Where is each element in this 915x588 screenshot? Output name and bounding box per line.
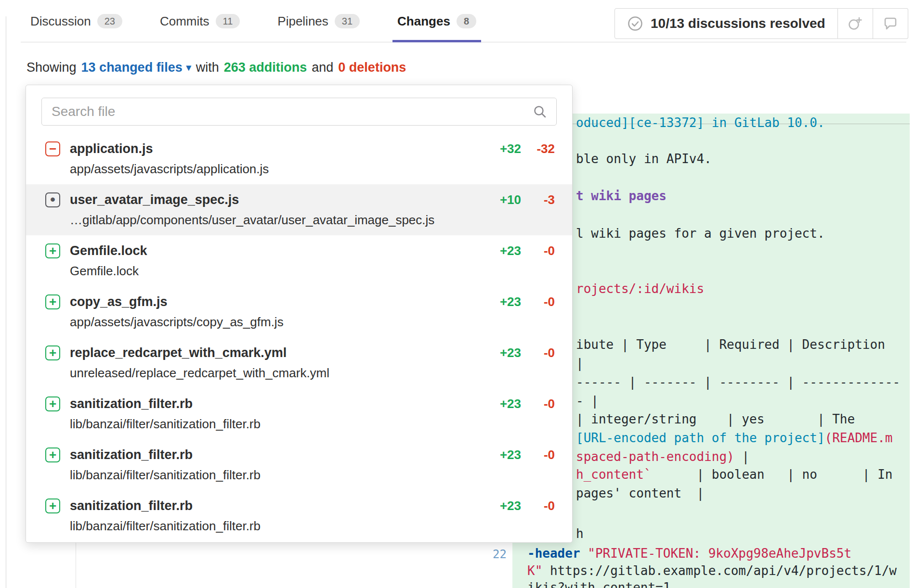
file-list-item[interactable]: + sanitization_filter.rb +23 -0 lib/banz… xyxy=(26,388,572,439)
tab-pipelines[interactable]: Pipelines 31 xyxy=(274,0,364,42)
file-list-item[interactable]: + copy_as_gfm.js +23 -0 app/assets/javas… xyxy=(26,286,572,337)
file-name: user_avatar_image_spec.js xyxy=(70,192,239,207)
file-deletions-count: -0 xyxy=(527,243,555,258)
merge-request-tabs: Discussion 23 Commits 11 Pipelines 31 Ch… xyxy=(26,0,480,42)
file-additions-count: +23 xyxy=(489,447,521,462)
search-file-input[interactable] xyxy=(41,98,557,126)
summary-additions: 263 additions xyxy=(224,60,307,75)
file-search xyxy=(26,85,572,133)
tab-discussion[interactable]: Discussion 23 xyxy=(26,0,126,42)
file-status-icon: + xyxy=(45,396,60,411)
new-issue-icon xyxy=(848,16,863,31)
file-list-item[interactable]: + sanitization_filter.rb +23 -0 lib/banz… xyxy=(26,490,572,541)
tab-changes[interactable]: Changes 8 xyxy=(393,0,480,42)
discussions-resolved-text: 10/13 discussions resolved xyxy=(651,16,825,31)
file-additions-count: +23 xyxy=(489,243,521,258)
file-additions-count: +32 xyxy=(489,141,521,156)
file-name: copy_as_gfm.js xyxy=(70,294,168,309)
file-status-icon: + xyxy=(45,447,60,462)
file-status-icon: + xyxy=(45,345,60,360)
file-status-icon: + xyxy=(45,499,60,513)
file-deletions-count: -0 xyxy=(527,396,555,411)
file-name: sanitization_filter.rb xyxy=(70,447,193,462)
tab-changes-count-badge: 8 xyxy=(457,14,476,28)
file-deletions-count: -3 xyxy=(527,192,555,207)
file-additions-count: +23 xyxy=(489,499,521,513)
file-name: replace_redcarpet_with_cmark.yml xyxy=(70,345,287,360)
jump-to-next-discussion-button[interactable] xyxy=(873,8,908,39)
file-deletions-count: -32 xyxy=(527,141,555,156)
file-status-icon: • xyxy=(45,192,60,207)
file-deletions-count: -0 xyxy=(527,345,555,360)
file-name: Gemfile.lock xyxy=(70,243,147,258)
file-list-item[interactable]: − application.js +32 -32 app/assets/java… xyxy=(26,133,572,184)
summary-deletions: 0 deletions xyxy=(338,60,406,75)
diff-section-divider xyxy=(572,124,910,124)
search-icon xyxy=(533,104,547,119)
file-path: app/assets/javascripts/copy_as_gfm.js xyxy=(70,312,555,332)
file-deletions-count: -0 xyxy=(527,294,555,309)
tab-changes-label: Changes xyxy=(397,14,450,29)
file-list-item[interactable]: + sanitization_filter.rb +23 -0 lib/banz… xyxy=(26,439,572,490)
file-name: application.js xyxy=(70,141,153,156)
summary-showing: Showing xyxy=(26,60,77,75)
file-additions-count: +10 xyxy=(489,192,521,207)
comment-bubble-icon xyxy=(883,16,898,31)
resolve-in-new-issue-button[interactable] xyxy=(838,8,873,39)
file-path: lib/banzai/filter/sanitization_filter.rb xyxy=(70,465,555,485)
tab-commits-label: Commits xyxy=(160,14,209,29)
file-path: …gitlab/app/components/user_avatar/user_… xyxy=(70,210,555,230)
tab-pipelines-label: Pipelines xyxy=(277,14,328,29)
discussions-resolved-group: 10/13 discussions resolved xyxy=(614,8,908,39)
file-path: lib/banzai/filter/sanitization_filter.rb xyxy=(70,414,555,434)
file-additions-count: +23 xyxy=(489,396,521,411)
check-circle-icon xyxy=(627,15,643,32)
file-list-item[interactable]: + Gemfile.lock +23 -0 Gemfile.lock xyxy=(26,235,572,286)
tab-pipelines-count-badge: 31 xyxy=(335,14,360,28)
file-path: app/assets/javascripts/application.js xyxy=(70,159,555,179)
summary-with: with xyxy=(196,60,219,75)
file-list-item[interactable]: + replace_redcarpet_with_cmark.yml +23 -… xyxy=(26,337,572,388)
diff-pane-left-border xyxy=(76,543,76,588)
discussions-resolved-status: 10/13 discussions resolved xyxy=(614,8,838,39)
file-deletions-count: -0 xyxy=(527,499,555,513)
file-additions-count: +23 xyxy=(489,345,521,360)
file-path: Gemfile.lock xyxy=(70,261,555,281)
tab-commits-count-badge: 11 xyxy=(216,14,240,28)
file-additions-count: +23 xyxy=(489,294,521,309)
diff-summary: Showing 13 changed files ▾ with 263 addi… xyxy=(26,57,406,78)
caret-down-icon: ▾ xyxy=(186,62,191,73)
file-path: lib/banzai/filter/sanitization_filter.rb xyxy=(70,516,555,536)
changed-files-dropdown: − application.js +32 -32 app/assets/java… xyxy=(26,85,573,543)
summary-and: and xyxy=(312,60,333,75)
file-deletions-count: -0 xyxy=(527,447,555,462)
diff-line-number[interactable]: 22 xyxy=(472,548,507,561)
file-name: sanitization_filter.rb xyxy=(70,396,193,411)
file-path: unreleased/replace_redcarpet_with_cmark.… xyxy=(70,363,555,383)
changed-files-list: − application.js +32 -32 app/assets/java… xyxy=(26,133,572,541)
file-list-item[interactable]: • user_avatar_image_spec.js +10 -3 …gitl… xyxy=(26,184,572,235)
file-status-icon: − xyxy=(45,141,60,156)
file-name: sanitization_filter.rb xyxy=(70,499,193,513)
tab-commits[interactable]: Commits 11 xyxy=(156,0,244,42)
file-status-icon: + xyxy=(45,243,60,258)
page-left-border xyxy=(6,16,6,588)
tab-discussion-count-badge: 23 xyxy=(97,14,122,28)
file-status-icon: + xyxy=(45,294,60,309)
tab-discussion-label: Discussion xyxy=(30,14,91,29)
changed-files-link-label: 13 changed files xyxy=(81,60,183,75)
changed-files-dropdown-toggle[interactable]: 13 changed files ▾ xyxy=(81,60,191,75)
